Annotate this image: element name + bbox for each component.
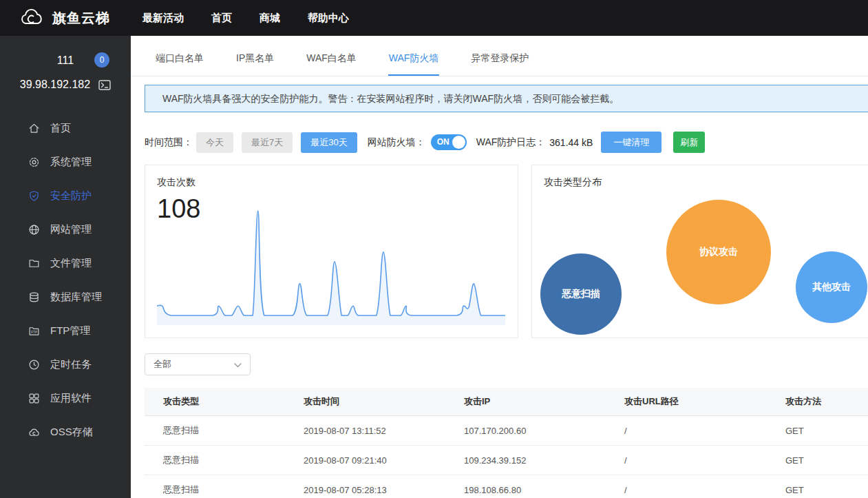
time-range-label: 时间范围：	[145, 136, 193, 149]
sidebar-item[interactable]: 网站管理	[0, 213, 131, 247]
topnav-item[interactable]: 首页	[211, 12, 232, 25]
tab[interactable]: 异常登录保护	[470, 36, 529, 76]
sidebar-item[interactable]: 系统管理	[0, 145, 131, 179]
sidebar-item[interactable]: 首页	[0, 112, 131, 145]
chevron-down-icon	[234, 360, 242, 370]
sidebar: 111 0 39.98.192.182 首页系统管理安全防护网站管理文件管理数据…	[0, 36, 131, 498]
sidebar-item-label: 文件管理	[50, 257, 92, 270]
toggle-knob	[452, 136, 465, 149]
sidebar-item[interactable]: OSS存储	[0, 415, 131, 449]
table-cell: /	[624, 416, 785, 446]
table-header-cell: 攻击类型	[145, 388, 303, 416]
warning-banner-text: WAF防火墙具备强大的安全防护能力。警告：在安装网站程序时，请关闭WAF防火墙，…	[162, 93, 619, 104]
waf-log-size: 361.44 kB	[549, 137, 593, 148]
tab[interactable]: IP黑名单	[235, 36, 275, 76]
attack-type-filter[interactable]: 全部	[145, 353, 251, 375]
topnav: 最新活动首页商城帮助中心	[142, 0, 349, 36]
table-header-cell: 攻击IP	[463, 388, 624, 416]
sidebar-item[interactable]: 安全防护	[0, 179, 131, 213]
table-cell: 恶意扫描	[145, 475, 303, 498]
sidebar-item-label: 安全防护	[50, 189, 92, 203]
table-row: 恶意扫描2019-08-07 13:11:52107.170.200.60/GE…	[145, 416, 868, 446]
refresh-button[interactable]: 刷新	[673, 132, 705, 153]
attack-type-bubble[interactable]: 恶意扫描	[540, 253, 622, 335]
attack-type-bubble[interactable]: 协议攻击	[666, 200, 771, 304]
toggle-state-label: ON	[437, 134, 449, 150]
brand: 旗鱼云梯	[19, 0, 110, 36]
topnav-item[interactable]: 最新活动	[142, 12, 184, 25]
sidebar-item[interactable]: 定时任务	[0, 348, 131, 382]
sidebar-item[interactable]: 数据库管理	[0, 280, 131, 314]
globe-icon	[28, 223, 41, 236]
table-cell: 109.234.39.152	[463, 446, 624, 475]
topnav-item[interactable]: 商城	[260, 12, 280, 25]
svg-text:FTP: FTP	[31, 331, 37, 334]
warning-banner: WAF防火墙具备强大的安全防护能力。警告：在安装网站程序时，请关闭WAF防火墙，…	[145, 85, 868, 112]
folder-icon	[28, 257, 41, 270]
brand-name: 旗鱼云梯	[52, 9, 110, 28]
table-cell: GET	[785, 416, 868, 446]
time-range-button[interactable]: 最近30天	[301, 132, 357, 153]
attack-type-bubble-chart: 恶意扫描协议攻击其他攻击	[532, 165, 868, 338]
tab[interactable]: 端口白名单	[155, 36, 204, 76]
table-header-cell: 攻击方法	[785, 388, 868, 416]
attack-type-card: 攻击类型分布 恶意扫描协议攻击其他攻击	[531, 165, 868, 338]
oss-cloud-icon	[28, 426, 41, 439]
ftp-folder-icon: FTP	[28, 324, 41, 338]
filter-value: 全部	[154, 358, 171, 371]
server-info: 111 0 39.98.192.182	[0, 36, 131, 91]
app-grid-icon	[28, 392, 41, 405]
clock-icon	[28, 358, 41, 371]
sidebar-item-label: OSS存储	[50, 426, 93, 439]
table-header-cell: 攻击URL路径	[624, 388, 785, 416]
table-cell: /	[624, 475, 785, 498]
terminal-icon[interactable]	[98, 80, 111, 90]
bubble-label: 恶意扫描	[562, 288, 600, 300]
table-cell: GET	[785, 475, 868, 498]
tab[interactable]: WAF防火墙	[388, 36, 440, 76]
table-cell: 2019-08-07 05:28:13	[303, 475, 463, 498]
attack-count-title: 攻击次数	[157, 176, 195, 189]
home-icon	[28, 122, 41, 135]
sidebar-item-label: 网站管理	[50, 223, 92, 236]
sidebar-item[interactable]: 文件管理	[0, 247, 131, 280]
table-cell: 2019-08-07 09:21:40	[303, 446, 463, 475]
bubble-label: 其他攻击	[812, 281, 851, 293]
time-range-button[interactable]: 今天	[196, 132, 233, 153]
attack-count-line-chart	[157, 209, 505, 326]
main-content: 端口白名单IP黑名单WAF白名单WAF防火墙异常登录保护 WAF防火墙具备强大的…	[131, 36, 868, 498]
sidebar-item[interactable]: 应用软件	[0, 382, 131, 415]
sidebar-item-label: FTP管理	[50, 324, 90, 338]
server-ip: 39.98.192.182	[20, 79, 90, 91]
table-header-cell: 攻击时间	[303, 388, 463, 416]
topnav-item[interactable]: 帮助中心	[308, 12, 349, 25]
server-name: 111	[57, 54, 74, 66]
table-row: 恶意扫描2019-08-07 05:28:13198.108.66.80/GET	[145, 475, 868, 498]
table-cell: /	[624, 446, 785, 475]
sidebar-item[interactable]: FTPFTP管理	[0, 314, 131, 348]
attack-type-bubble[interactable]: 其他攻击	[796, 251, 867, 323]
controls-row: 时间范围： 今天最近7天最近30天 网站防火墙： ON WAF防护日志： 361…	[145, 132, 868, 153]
shield-check-icon	[28, 189, 41, 203]
sidebar-item-label: 定时任务	[50, 358, 92, 371]
table-cell: GET	[785, 446, 868, 475]
table-cell: 恶意扫描	[145, 416, 303, 446]
firewall-label: 网站防火墙：	[368, 136, 425, 149]
table-cell: 2019-08-07 13:11:52	[303, 416, 463, 446]
table-cell: 198.108.66.80	[463, 475, 624, 498]
waf-log-label: WAF防护日志：	[476, 136, 546, 149]
brand-cloud-logo-icon	[19, 6, 45, 30]
time-range-group: 今天最近7天最近30天	[196, 132, 357, 153]
attack-log-table: 攻击类型攻击时间攻击IP攻击URL路径攻击方法 恶意扫描2019-08-07 1…	[145, 388, 868, 498]
table-row: 恶意扫描2019-08-07 09:21:40109.234.39.152/GE…	[145, 446, 868, 475]
clean-log-button[interactable]: 一键清理	[601, 132, 661, 153]
sidebar-item-label: 应用软件	[50, 392, 92, 405]
time-range-button[interactable]: 最近7天	[242, 132, 293, 153]
sidebar-item-label: 首页	[50, 122, 71, 135]
notification-badge[interactable]: 0	[94, 52, 109, 68]
database-icon	[28, 291, 41, 304]
tab[interactable]: WAF白名单	[306, 36, 357, 76]
firewall-toggle[interactable]: ON	[431, 134, 467, 150]
sidebar-menu: 首页系统管理安全防护网站管理文件管理数据库管理FTPFTP管理定时任务应用软件O…	[0, 112, 131, 449]
sidebar-item-label: 系统管理	[50, 156, 92, 169]
